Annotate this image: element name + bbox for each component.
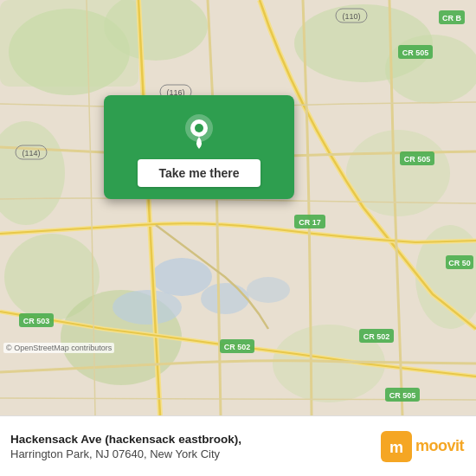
svg-point-12 bbox=[151, 258, 212, 296]
osm-attribution: © OpenStreetMap contributors bbox=[3, 343, 114, 353]
svg-point-5 bbox=[385, 35, 476, 104]
location-pin-icon bbox=[180, 113, 218, 151]
svg-rect-3 bbox=[0, 0, 138, 87]
location-info: Hackensack Ave (hackensack eastbrook), H… bbox=[10, 432, 372, 461]
address-line: Hackensack Ave (hackensack eastbrook), bbox=[10, 432, 372, 448]
svg-text:CR 50: CR 50 bbox=[448, 259, 471, 267]
svg-text:CR 502: CR 502 bbox=[363, 332, 390, 341]
svg-text:CR 505: CR 505 bbox=[389, 391, 416, 400]
svg-point-15 bbox=[247, 277, 290, 303]
svg-point-14 bbox=[113, 290, 182, 325]
map-container: CR B (110) CR 505 (114) (116) CR 505 CR … bbox=[0, 0, 476, 415]
svg-text:m: m bbox=[389, 439, 403, 456]
city-line: Harrington Park, NJ 07640, New York City bbox=[10, 447, 372, 460]
take-me-there-button[interactable]: Take me there bbox=[138, 159, 260, 187]
map-popup: Take me there bbox=[104, 95, 294, 199]
svg-point-13 bbox=[201, 283, 249, 314]
svg-text:CR 17: CR 17 bbox=[299, 218, 321, 227]
svg-point-42 bbox=[195, 124, 203, 132]
svg-text:CR 505: CR 505 bbox=[404, 155, 431, 164]
map-svg: CR B (110) CR 505 (114) (116) CR 505 CR … bbox=[0, 0, 476, 415]
svg-text:(114): (114) bbox=[22, 149, 40, 158]
svg-text:CR 503: CR 503 bbox=[23, 317, 50, 325]
svg-text:CR 505: CR 505 bbox=[402, 48, 429, 57]
moovit-logo: m moovit bbox=[381, 431, 464, 462]
svg-text:CR 502: CR 502 bbox=[224, 343, 251, 351]
moovit-icon: m bbox=[381, 431, 412, 462]
moovit-text: moovit bbox=[415, 437, 464, 455]
svg-text:CR B: CR B bbox=[442, 14, 461, 23]
info-bar: Hackensack Ave (hackensack eastbrook), H… bbox=[0, 415, 476, 476]
svg-text:(110): (110) bbox=[342, 12, 360, 21]
